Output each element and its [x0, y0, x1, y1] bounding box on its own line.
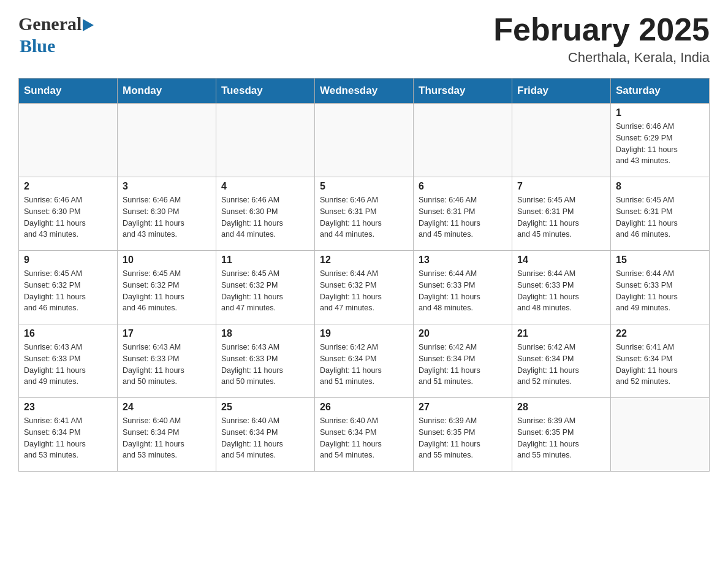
day-number: 7 [517, 181, 605, 192]
calendar-cell: 28Sunrise: 6:39 AMSunset: 6:35 PMDayligh… [512, 398, 611, 472]
col-sunday: Sunday [19, 79, 118, 104]
calendar-cell: 15Sunrise: 6:44 AMSunset: 6:33 PMDayligh… [611, 251, 710, 324]
day-info: Sunrise: 6:40 AMSunset: 6:34 PMDaylight:… [221, 415, 309, 461]
page-header: General Blue February 2025 Cherthala, Ke… [18, 12, 710, 66]
location: Cherthala, Kerala, India [493, 50, 710, 66]
day-info: Sunrise: 6:44 AMSunset: 6:33 PMDaylight:… [616, 268, 704, 314]
calendar-cell: 12Sunrise: 6:44 AMSunset: 6:32 PMDayligh… [315, 251, 414, 324]
day-number: 27 [419, 402, 507, 413]
week-row-3: 9Sunrise: 6:45 AMSunset: 6:32 PMDaylight… [19, 251, 710, 324]
calendar-cell: 17Sunrise: 6:43 AMSunset: 6:33 PMDayligh… [118, 324, 216, 398]
day-info: Sunrise: 6:46 AMSunset: 6:31 PMDaylight:… [320, 194, 408, 240]
calendar-cell: 19Sunrise: 6:42 AMSunset: 6:34 PMDayligh… [315, 324, 414, 398]
week-row-4: 16Sunrise: 6:43 AMSunset: 6:33 PMDayligh… [19, 324, 710, 398]
day-info: Sunrise: 6:46 AMSunset: 6:29 PMDaylight:… [616, 121, 704, 167]
day-number: 23 [24, 402, 112, 413]
day-info: Sunrise: 6:45 AMSunset: 6:32 PMDaylight:… [221, 268, 309, 314]
title-area: February 2025 Cherthala, Kerala, India [493, 12, 710, 66]
day-info: Sunrise: 6:40 AMSunset: 6:34 PMDaylight:… [320, 415, 408, 461]
day-info: Sunrise: 6:42 AMSunset: 6:34 PMDaylight:… [320, 342, 408, 388]
day-info: Sunrise: 6:39 AMSunset: 6:35 PMDaylight:… [419, 415, 507, 461]
calendar-cell: 13Sunrise: 6:44 AMSunset: 6:33 PMDayligh… [414, 251, 512, 324]
day-number: 15 [616, 255, 704, 266]
logo-text: General [18, 12, 94, 36]
week-row-5: 23Sunrise: 6:41 AMSunset: 6:34 PMDayligh… [19, 398, 710, 472]
logo-blue-text: Blue [20, 36, 55, 56]
calendar-cell: 6Sunrise: 6:46 AMSunset: 6:31 PMDaylight… [414, 177, 512, 251]
calendar-cell: 27Sunrise: 6:39 AMSunset: 6:35 PMDayligh… [414, 398, 512, 472]
day-number: 22 [616, 328, 704, 339]
calendar-cell: 14Sunrise: 6:44 AMSunset: 6:33 PMDayligh… [512, 251, 611, 324]
day-number: 18 [221, 328, 309, 339]
calendar-cell [512, 104, 611, 177]
day-number: 9 [24, 255, 112, 266]
calendar-cell: 2Sunrise: 6:46 AMSunset: 6:30 PMDaylight… [19, 177, 118, 251]
day-number: 21 [517, 328, 605, 339]
day-number: 6 [419, 181, 507, 192]
month-title: February 2025 [493, 12, 710, 47]
day-info: Sunrise: 6:43 AMSunset: 6:33 PMDaylight:… [221, 342, 309, 388]
day-number: 3 [123, 181, 211, 192]
calendar-cell [216, 104, 315, 177]
day-number: 14 [517, 255, 605, 266]
calendar-cell: 10Sunrise: 6:45 AMSunset: 6:32 PMDayligh… [118, 251, 216, 324]
week-row-1: 1Sunrise: 6:46 AMSunset: 6:29 PMDaylight… [19, 104, 710, 177]
col-tuesday: Tuesday [216, 79, 315, 104]
day-number: 8 [616, 181, 704, 192]
day-info: Sunrise: 6:46 AMSunset: 6:31 PMDaylight:… [419, 194, 507, 240]
calendar-cell: 25Sunrise: 6:40 AMSunset: 6:34 PMDayligh… [216, 398, 315, 472]
day-info: Sunrise: 6:41 AMSunset: 6:34 PMDaylight:… [24, 415, 112, 461]
calendar-cell: 22Sunrise: 6:41 AMSunset: 6:34 PMDayligh… [611, 324, 710, 398]
calendar-cell: 18Sunrise: 6:43 AMSunset: 6:33 PMDayligh… [216, 324, 315, 398]
col-saturday: Saturday [611, 79, 710, 104]
calendar-cell: 23Sunrise: 6:41 AMSunset: 6:34 PMDayligh… [19, 398, 118, 472]
day-number: 5 [320, 181, 408, 192]
day-number: 25 [221, 402, 309, 413]
day-info: Sunrise: 6:39 AMSunset: 6:35 PMDaylight:… [517, 415, 605, 461]
week-row-2: 2Sunrise: 6:46 AMSunset: 6:30 PMDaylight… [19, 177, 710, 251]
logo-arrow-icon [83, 16, 94, 36]
day-info: Sunrise: 6:45 AMSunset: 6:32 PMDaylight:… [24, 268, 112, 314]
day-info: Sunrise: 6:43 AMSunset: 6:33 PMDaylight:… [24, 342, 112, 388]
col-thursday: Thursday [414, 79, 512, 104]
day-number: 19 [320, 328, 408, 339]
day-info: Sunrise: 6:41 AMSunset: 6:34 PMDaylight:… [616, 342, 704, 388]
day-number: 26 [320, 402, 408, 413]
calendar-table: Sunday Monday Tuesday Wednesday Thursday… [18, 78, 710, 472]
logo: General Blue [18, 12, 94, 56]
calendar-cell: 8Sunrise: 6:45 AMSunset: 6:31 PMDaylight… [611, 177, 710, 251]
calendar-cell [19, 104, 118, 177]
day-info: Sunrise: 6:46 AMSunset: 6:30 PMDaylight:… [123, 194, 211, 240]
day-number: 1 [616, 107, 704, 118]
calendar-cell: 7Sunrise: 6:45 AMSunset: 6:31 PMDaylight… [512, 177, 611, 251]
day-info: Sunrise: 6:42 AMSunset: 6:34 PMDaylight:… [517, 342, 605, 388]
calendar-cell: 21Sunrise: 6:42 AMSunset: 6:34 PMDayligh… [512, 324, 611, 398]
calendar-cell [118, 104, 216, 177]
day-info: Sunrise: 6:46 AMSunset: 6:30 PMDaylight:… [24, 194, 112, 240]
day-number: 16 [24, 328, 112, 339]
day-number: 11 [221, 255, 309, 266]
day-number: 12 [320, 255, 408, 266]
svg-marker-0 [83, 19, 94, 31]
calendar-cell: 24Sunrise: 6:40 AMSunset: 6:34 PMDayligh… [118, 398, 216, 472]
logo-general-text: General [18, 13, 82, 34]
calendar-cell [414, 104, 512, 177]
day-info: Sunrise: 6:44 AMSunset: 6:33 PMDaylight:… [517, 268, 605, 314]
day-number: 28 [517, 402, 605, 413]
calendar-cell: 1Sunrise: 6:46 AMSunset: 6:29 PMDaylight… [611, 104, 710, 177]
day-number: 17 [123, 328, 211, 339]
day-info: Sunrise: 6:44 AMSunset: 6:32 PMDaylight:… [320, 268, 408, 314]
calendar-cell: 20Sunrise: 6:42 AMSunset: 6:34 PMDayligh… [414, 324, 512, 398]
calendar-cell [315, 104, 414, 177]
col-wednesday: Wednesday [315, 79, 414, 104]
col-monday: Monday [118, 79, 216, 104]
calendar-cell: 26Sunrise: 6:40 AMSunset: 6:34 PMDayligh… [315, 398, 414, 472]
day-info: Sunrise: 6:44 AMSunset: 6:33 PMDaylight:… [419, 268, 507, 314]
day-info: Sunrise: 6:46 AMSunset: 6:30 PMDaylight:… [221, 194, 309, 240]
calendar-cell: 16Sunrise: 6:43 AMSunset: 6:33 PMDayligh… [19, 324, 118, 398]
day-info: Sunrise: 6:45 AMSunset: 6:31 PMDaylight:… [616, 194, 704, 240]
day-info: Sunrise: 6:42 AMSunset: 6:34 PMDaylight:… [419, 342, 507, 388]
day-number: 2 [24, 181, 112, 192]
day-number: 4 [221, 181, 309, 192]
day-info: Sunrise: 6:40 AMSunset: 6:34 PMDaylight:… [123, 415, 211, 461]
